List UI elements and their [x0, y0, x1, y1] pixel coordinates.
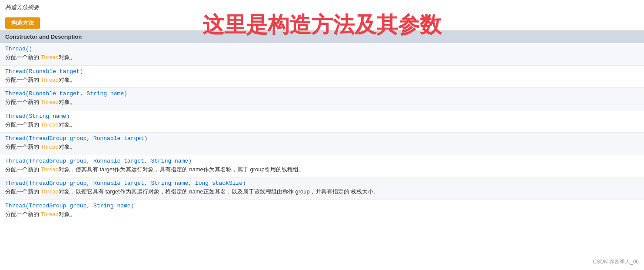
table-row: Thread(ThreadGroup group, String name)分配…: [0, 200, 644, 223]
constructor-signature[interactable]: Thread(Runnable target, String name): [5, 90, 639, 97]
constructor-signature[interactable]: Thread(ThreadGroup group, Runnable targe…: [5, 180, 639, 187]
watermark-text: 这里是构造方法及其参数: [202, 10, 442, 40]
constructor-signature[interactable]: Thread(ThreadGroup group, Runnable targe…: [5, 158, 639, 164]
constructor-description: 分配一个新的 Thread对象。: [5, 210, 639, 219]
table-row: Thread(String name)分配一个新的 Thread对象。: [0, 110, 644, 133]
constructor-signature[interactable]: Thread(ThreadGroup group, String name): [5, 203, 639, 209]
constructor-signature[interactable]: Thread(String name): [5, 113, 639, 120]
watermark-credit: CSDN @四季人_06: [593, 258, 639, 266]
table-row: Thread()分配一个新的 Thread对象。: [0, 43, 644, 66]
table-row: Thread(Runnable target)分配一个新的 Thread对象。: [0, 66, 644, 88]
constructor-description: 分配一个新的 Thread对象。: [5, 76, 639, 84]
section-button[interactable]: 构造方法: [5, 17, 40, 29]
constructor-table: Constructor and Description Thread()分配一个…: [0, 30, 644, 222]
table-row: Thread(ThreadGroup group, Runnable targe…: [0, 133, 644, 155]
table-row: Thread(ThreadGroup group, Runnable targe…: [0, 155, 644, 178]
table-row: Thread(ThreadGroup group, Runnable targe…: [0, 177, 644, 200]
table-row: Thread(Runnable target, String name)分配一个…: [0, 88, 644, 110]
constructor-description: 分配一个新的 Thread对象，以便它具有 target作为其运行对象，将指定的…: [5, 187, 639, 196]
constructor-description: 分配一个新的 Thread对象。: [5, 120, 639, 129]
constructor-description: 分配一个新的 Thread对象。: [5, 143, 639, 151]
constructor-description: 分配一个新的 Thread对象。: [5, 98, 639, 107]
constructor-signature[interactable]: Thread(): [5, 46, 639, 52]
constructor-signature[interactable]: Thread(Runnable target): [5, 68, 639, 75]
constructor-description: 分配一个新的 Thread对象，使其具有 target作为其运行对象，具有指定的…: [5, 165, 639, 174]
constructor-signature[interactable]: Thread(ThreadGroup group, Runnable targe…: [5, 135, 639, 142]
constructor-description: 分配一个新的 Thread对象。: [5, 53, 639, 62]
